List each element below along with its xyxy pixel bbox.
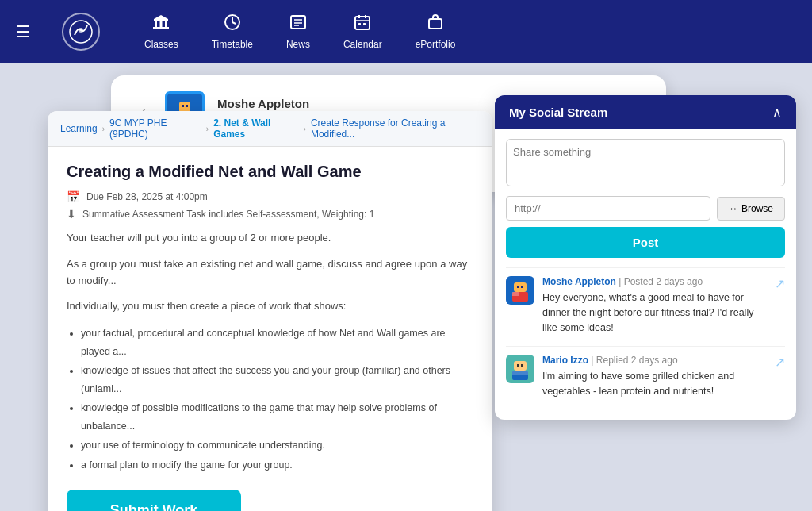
breadcrumb-myp[interactable]: 9C MYP PHE (9PDHC) bbox=[109, 117, 201, 140]
breadcrumb-sep1: › bbox=[102, 125, 105, 133]
school-logo bbox=[62, 13, 100, 51]
post1-time: | Posted 2 days ago bbox=[619, 276, 703, 287]
svg-point-1 bbox=[79, 28, 83, 33]
post1-text: Hey everyone, what's a good meal to have… bbox=[542, 290, 767, 335]
bullet-item-4: your use of terminology to communicate u… bbox=[81, 436, 473, 455]
description-p3: Individually, you must then create a pie… bbox=[67, 298, 473, 315]
post1-avatar bbox=[506, 276, 534, 305]
task-type-row: ⬇ Summative Assessment Task includes Sel… bbox=[67, 208, 473, 221]
post2-meta: Mario Izzo | Replied 2 days ago bbox=[542, 355, 767, 366]
breadcrumb: Learning › 9C MYP PHE (9PDHC) › 2. Net &… bbox=[48, 111, 492, 147]
classes-icon bbox=[151, 13, 170, 36]
browse-icon: ↔ bbox=[729, 203, 738, 214]
social-stream-body: ↔ Browse Post bbox=[495, 129, 796, 420]
post2-content: Mario Izzo | Replied 2 days ago I'm aimi… bbox=[542, 355, 767, 399]
post-button[interactable]: Post bbox=[506, 227, 785, 258]
svg-rect-29 bbox=[517, 286, 519, 288]
social-stream-panel: My Social Stream ∧ ↔ Browse Post bbox=[495, 95, 796, 420]
svg-rect-2 bbox=[155, 21, 157, 27]
breadcrumb-sep2: › bbox=[206, 125, 209, 133]
assignment-bullet-list: your factual, procedural and conceptual … bbox=[67, 325, 473, 474]
svg-rect-28 bbox=[514, 282, 527, 292]
svg-rect-18 bbox=[363, 23, 366, 25]
svg-rect-23 bbox=[182, 105, 184, 107]
nav-classes[interactable]: Classes bbox=[132, 7, 191, 56]
breadcrumb-netwall[interactable]: 2. Net & Wall Games bbox=[213, 117, 298, 140]
svg-rect-9 bbox=[291, 16, 305, 29]
assignment-panel: Learning › 9C MYP PHE (9PDHC) › 2. Net &… bbox=[48, 111, 492, 511]
nav-news[interactable]: News bbox=[274, 7, 323, 56]
svg-rect-36 bbox=[521, 364, 523, 367]
svg-rect-17 bbox=[358, 23, 361, 25]
content-area: ‹ Moshe Appleton bbox=[0, 63, 812, 511]
due-date: Due Feb 28, 2025 at 4:00pm bbox=[86, 191, 208, 202]
post1-meta: Moshe Appleton | Posted 2 days ago bbox=[542, 276, 767, 287]
url-input[interactable] bbox=[506, 196, 710, 221]
submit-work-button[interactable]: Submit Work bbox=[67, 490, 241, 511]
nav-eportfolio[interactable]: ePortfolio bbox=[403, 7, 469, 56]
nav-timetable[interactable]: Timetable bbox=[199, 7, 266, 56]
eportfolio-icon bbox=[427, 13, 444, 36]
hamburger-icon[interactable]: ☰ bbox=[16, 22, 30, 41]
social-stream-header: My Social Stream ∧ bbox=[495, 95, 796, 129]
breadcrumb-response[interactable]: Create Response for Creating a Modified.… bbox=[311, 117, 479, 140]
svg-rect-24 bbox=[186, 105, 188, 107]
browse-label: Browse bbox=[741, 203, 773, 214]
bullet-item-1: your factual, procedural and conceptual … bbox=[81, 325, 473, 360]
bullet-item-2: knowledge of issues that affect the succ… bbox=[81, 362, 473, 398]
post2-text: I'm aiming to have some grilled chicken … bbox=[542, 369, 767, 399]
eportfolio-label: ePortfolio bbox=[416, 39, 456, 50]
post1-author: Moshe Appleton bbox=[542, 276, 616, 287]
browse-button[interactable]: ↔ Browse bbox=[717, 197, 785, 221]
svg-rect-3 bbox=[160, 21, 163, 27]
share-input[interactable] bbox=[506, 139, 785, 186]
task-type: Summative Assessment Task includes Self-… bbox=[82, 209, 374, 220]
social-post-2: Mario Izzo | Replied 2 days ago I'm aimi… bbox=[506, 346, 785, 399]
svg-rect-32 bbox=[512, 292, 519, 296]
svg-rect-13 bbox=[355, 17, 370, 29]
social-collapse-button[interactable]: ∧ bbox=[772, 105, 782, 120]
post1-content: Moshe Appleton | Posted 2 days ago Hey e… bbox=[542, 276, 767, 335]
timetable-icon bbox=[224, 13, 241, 36]
assignment-title: Creating a Modified Net and Wall Game bbox=[67, 163, 473, 181]
svg-rect-4 bbox=[165, 21, 167, 27]
nav-items: Classes Timetable News bbox=[132, 7, 468, 56]
svg-rect-38 bbox=[512, 371, 528, 375]
svg-rect-35 bbox=[517, 364, 519, 367]
post2-share-button[interactable]: ↗ bbox=[775, 355, 785, 399]
social-stream-title: My Social Stream bbox=[509, 106, 607, 119]
top-navigation: ☰ Classes bbox=[0, 0, 812, 63]
description-p2: As a group you must take an existing net… bbox=[67, 256, 473, 290]
calendar-label: Calendar bbox=[343, 39, 382, 50]
due-date-row: 📅 Due Feb 28, 2025 at 4:00pm bbox=[67, 190, 473, 203]
svg-rect-34 bbox=[514, 361, 527, 371]
news-label: News bbox=[286, 39, 310, 50]
bullet-item-3: knowledge of possible modifications to t… bbox=[81, 399, 473, 435]
svg-rect-30 bbox=[521, 286, 523, 288]
svg-line-8 bbox=[232, 22, 236, 24]
download-meta-icon: ⬇ bbox=[67, 208, 76, 221]
nav-calendar[interactable]: Calendar bbox=[331, 7, 395, 56]
post1-share-button[interactable]: ↗ bbox=[775, 276, 785, 335]
svg-rect-19 bbox=[429, 19, 442, 29]
calendar-meta-icon: 📅 bbox=[67, 190, 80, 203]
classes-label: Classes bbox=[144, 39, 178, 50]
post2-time: | Replied 2 days ago bbox=[591, 355, 677, 366]
news-icon bbox=[289, 13, 307, 36]
post2-author: Mario Izzo bbox=[542, 355, 588, 366]
svg-rect-5 bbox=[153, 27, 169, 29]
calendar-icon bbox=[354, 13, 371, 36]
post2-avatar bbox=[506, 355, 534, 383]
assignment-body: Creating a Modified Net and Wall Game 📅 … bbox=[48, 147, 492, 511]
breadcrumb-sep3: › bbox=[304, 125, 306, 133]
url-row: ↔ Browse bbox=[506, 196, 785, 221]
timetable-label: Timetable bbox=[212, 39, 253, 50]
description-p1: Your teacher will put you into a group o… bbox=[67, 230, 473, 247]
breadcrumb-learning[interactable]: Learning bbox=[60, 123, 98, 134]
bullet-item-5: a formal plan to modify the game for you… bbox=[81, 456, 473, 474]
social-post-1: Moshe Appleton | Posted 2 days ago Hey e… bbox=[506, 267, 785, 335]
